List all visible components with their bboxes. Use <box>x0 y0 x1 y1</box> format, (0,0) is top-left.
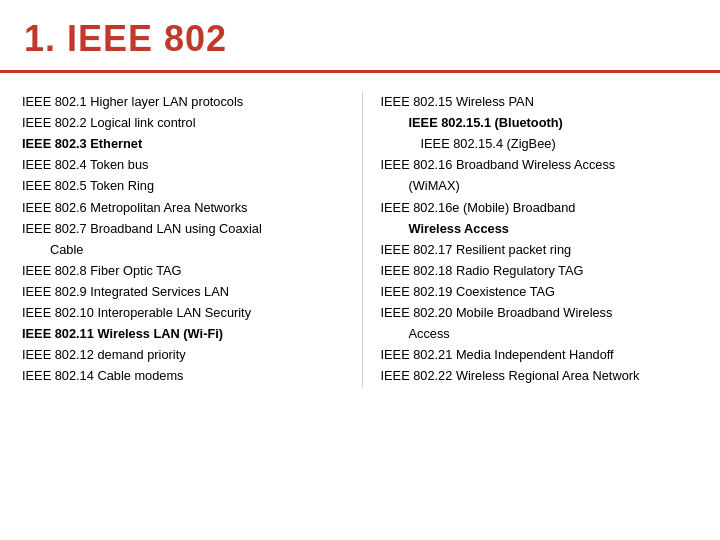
list-item: IEEE 802.19 Coexistence TAG <box>381 281 711 302</box>
list-item: IEEE 802.3 Ethernet <box>22 133 352 154</box>
header: 1. IEEE 802 <box>0 0 720 73</box>
list-item: IEEE 802.15.4 (ZigBee) <box>381 133 711 154</box>
list-item: IEEE 802.16e (Mobile) Broadband <box>381 197 711 218</box>
list-item: Wireless Access <box>381 218 711 239</box>
list-item: IEEE 802.5 Token Ring <box>22 175 352 196</box>
list-item: IEEE 802.12 demand priority <box>22 344 352 365</box>
list-item: IEEE 802.1 Higher layer LAN protocols <box>22 91 352 112</box>
list-item: IEEE 802.15.1 (Bluetooth) <box>381 112 711 133</box>
list-item: IEEE 802.4 Token bus <box>22 154 352 175</box>
list-item: IEEE 802.17 Resilient packet ring <box>381 239 711 260</box>
list-item: IEEE 802.20 Mobile Broadband Wireless <box>381 302 711 323</box>
content-area: IEEE 802.1 Higher layer LAN protocolsIEE… <box>0 73 720 397</box>
left-column: IEEE 802.1 Higher layer LAN protocolsIEE… <box>22 91 363 387</box>
list-item: IEEE 802.10 Interoperable LAN Security <box>22 302 352 323</box>
list-item: IEEE 802.9 Integrated Services LAN <box>22 281 352 302</box>
page-title: 1. IEEE 802 <box>24 18 227 59</box>
page: 1. IEEE 802 IEEE 802.1 Higher layer LAN … <box>0 0 720 540</box>
list-item: IEEE 802.2 Logical link control <box>22 112 352 133</box>
list-item: IEEE 802.6 Metropolitan Area Networks <box>22 197 352 218</box>
list-item: IEEE 802.14 Cable modems <box>22 365 352 386</box>
list-item: IEEE 802.8 Fiber Optic TAG <box>22 260 352 281</box>
list-item: IEEE 802.15 Wireless PAN <box>381 91 711 112</box>
list-item: IEEE 802.22 Wireless Regional Area Netwo… <box>381 365 711 386</box>
list-item: IEEE 802.7 Broadband LAN using Coaxial <box>22 218 352 239</box>
list-item: IEEE 802.11 Wireless LAN (Wi-Fi) <box>22 323 352 344</box>
list-item: Access <box>381 323 711 344</box>
right-column: IEEE 802.15 Wireless PANIEEE 802.15.1 (B… <box>363 91 711 387</box>
list-item: (WiMAX) <box>381 175 711 196</box>
list-item: IEEE 802.21 Media Independent Handoff <box>381 344 711 365</box>
list-item: Cable <box>22 239 352 260</box>
list-item: IEEE 802.16 Broadband Wireless Access <box>381 154 711 175</box>
list-item: IEEE 802.18 Radio Regulatory TAG <box>381 260 711 281</box>
